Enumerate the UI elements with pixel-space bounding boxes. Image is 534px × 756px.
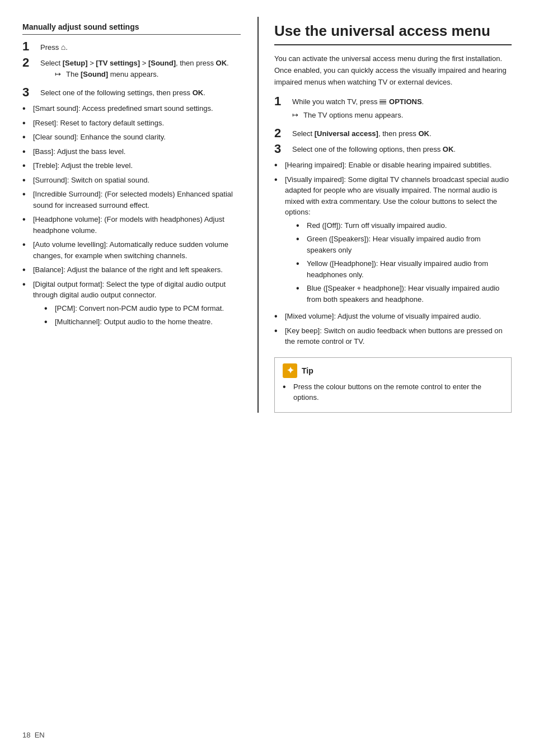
left-step-3-ok: OK — [193, 88, 204, 97]
right-step-1-num: 1 — [274, 95, 289, 108]
bullet-content: [Mixed volume]: Adjust the volume of vis… — [285, 311, 481, 322]
page-footer: 18 EN — [22, 731, 45, 739]
bullet-content: [Auto volume levelling]: Automatically r… — [33, 239, 241, 261]
tv-settings-bracket: [TV settings] — [96, 59, 140, 67]
list-item: •Green ([Speakers]): Hear visually impai… — [296, 234, 512, 255]
right-step-3: 3 Select one of the following options, t… — [274, 144, 512, 155]
bracket: [Auto volume levelling] — [33, 240, 106, 249]
list-item: • [Visually impaired]: Some digital TV c… — [274, 174, 512, 308]
right-intro: You can activate the universal access me… — [274, 53, 512, 88]
right-step-3-num: 3 — [274, 143, 289, 155]
bullet-dot: • — [22, 239, 30, 250]
right-step-3-text: Select one of the following options, the… — [292, 144, 456, 155]
bullet-content: [Digital output format]: Select the type… — [33, 279, 241, 330]
arrow-icon: ↦ — [55, 69, 63, 80]
bullet-dot: • — [22, 160, 30, 171]
bullet-dot: • — [22, 146, 30, 157]
bracket: [Treble] — [33, 161, 58, 170]
bullet-content: [Hearing impaired]: Enable or disable he… — [285, 160, 491, 171]
list-item: •Yellow ([Headphone]): Hear visually imp… — [296, 258, 512, 280]
bracket: [Bass] — [33, 147, 53, 156]
bullet-dot: • — [22, 189, 30, 199]
bullet-content: [Smart sound]: Access predefined smart s… — [33, 103, 213, 114]
bracket: [Balance] — [33, 265, 63, 274]
bracket: [Smart sound] — [33, 104, 78, 113]
setup-bracket: [Setup] — [63, 59, 88, 67]
page-lang: EN — [35, 731, 45, 739]
list-item: •[Multichannel]: Output audio to the hom… — [44, 316, 241, 328]
bracket: [Speakers] — [331, 235, 366, 243]
bullet-content: [Key beep]: Switch on audio feedback whe… — [285, 325, 512, 347]
bullet-dot: • — [44, 303, 52, 314]
bullet-dot: • — [296, 283, 304, 293]
hamburger-icon — [380, 100, 386, 105]
arrow-icon: ↦ — [292, 110, 300, 121]
list-item: •[Surround]: Switch on spatial sound. — [22, 175, 241, 186]
bracket: [Off] — [325, 221, 338, 230]
left-step-2-text: Select [Setup] > [TV settings] > [Sound]… — [40, 58, 229, 83]
tip-label: Tip — [302, 366, 313, 375]
bracket: [Digital output format] — [33, 280, 102, 288]
right-big-title: Use the universal access menu — [274, 22, 512, 45]
list-item: •[Bass]: Adjust the bass level. — [22, 146, 241, 157]
right-step-1-text: While you watch TV, press OPTIONS. ↦ The… — [292, 96, 424, 124]
bullet-dot: • — [22, 103, 30, 114]
bracket: [Incredible Surround] — [33, 190, 101, 198]
right-step-1-arrow: ↦ The TV options menu appears. — [292, 110, 424, 121]
sub-bullet-content: [Multichannel]: Output audio to the home… — [55, 316, 213, 328]
right-step-2-ok: OK — [418, 129, 429, 138]
list-item: •[Auto volume levelling]: Automatically … — [22, 239, 241, 261]
sound-menu-bracket: [Sound] — [81, 70, 108, 78]
list-item: • [Hearing impaired]: Enable or disable … — [274, 160, 512, 171]
line — [380, 101, 386, 102]
bullet-dot: • — [296, 258, 304, 269]
tip-star-icon: ✦ — [283, 363, 297, 378]
tip-box: ✦ Tip • Press the colour buttons on the … — [274, 357, 512, 413]
right-step-1-arrow-text: The TV options menu appears. — [303, 110, 403, 121]
universal-access-bracket: [Universal access] — [315, 129, 378, 138]
page-number: 18 — [22, 731, 30, 739]
right-step-2-num: 2 — [274, 127, 289, 139]
options-icon-group: OPTIONS — [380, 96, 422, 108]
bullet-content: [Clear sound]: Enhance the sound clarity… — [33, 132, 166, 143]
bullet-dot: • — [283, 381, 291, 392]
left-step-2-ok: OK — [216, 59, 227, 67]
list-item: • [Key beep]: Switch on audio feedback w… — [274, 325, 512, 347]
list-item: • [Digital output format]: Select the ty… — [22, 279, 241, 330]
sound-bracket: [Sound] — [148, 59, 176, 67]
list-item: • [Mixed volume]: Adjust the volume of v… — [274, 311, 512, 322]
bullet-dot: • — [274, 174, 282, 185]
list-item: •[Balance]: Adjust the balance of the ri… — [22, 264, 241, 276]
list-item: •[Headphone volume]: (For models with he… — [22, 214, 241, 236]
bullet-dot: • — [274, 160, 282, 170]
bracket: [Mixed volume] — [285, 312, 334, 320]
left-step-2-arrow: ↦ The [Sound] menu appears. — [55, 69, 229, 80]
left-step-3-text: Select one of the following settings, th… — [40, 87, 205, 99]
list-item: •[Reset]: Reset to factory default setti… — [22, 118, 241, 129]
bullet-dot: • — [44, 316, 52, 327]
left-step-2-arrow-text: The [Sound] menu appears. — [66, 69, 158, 80]
left-step-1-text: Press ⌂. — [40, 41, 68, 53]
bullet-dot: • — [296, 220, 304, 231]
right-step-1: 1 While you watch TV, press OPTIONS. ↦ T… — [274, 96, 512, 124]
sub-bullet-content: Blue ([Speaker + headphone]): Hear visua… — [307, 283, 512, 305]
sub-bullet-content: Yellow ([Headphone]): Hear visually impa… — [307, 258, 512, 280]
line — [380, 100, 386, 101]
bracket: [PCM] — [55, 304, 75, 312]
bullet-dot: • — [22, 264, 30, 275]
list-item: •[Clear sound]: Enhance the sound clarit… — [22, 132, 241, 143]
bracket: [Reset] — [33, 119, 56, 127]
bracket: [Headphone volume] — [33, 215, 100, 223]
bullet-content: [Treble]: Adjust the treble level. — [33, 160, 133, 171]
list-item: •[Incredible Surround]: (For selected mo… — [22, 189, 241, 211]
list-item: • Press the colour buttons on the remote… — [283, 381, 503, 403]
list-item: •[Treble]: Adjust the treble level. — [22, 160, 241, 171]
left-step-3: 3 Select one of the following settings, … — [22, 87, 241, 99]
left-step-3-num: 3 — [22, 86, 37, 99]
list-item: •Red ([Off]): Turn off visually impaired… — [296, 220, 512, 231]
bracket: [Headphone] — [332, 259, 373, 268]
bracket: [Hearing impaired] — [285, 161, 344, 169]
tip-bullet-list: • Press the colour buttons on the remote… — [283, 381, 503, 403]
bullet-dot: • — [22, 279, 30, 290]
left-step-1-num: 1 — [22, 40, 37, 53]
